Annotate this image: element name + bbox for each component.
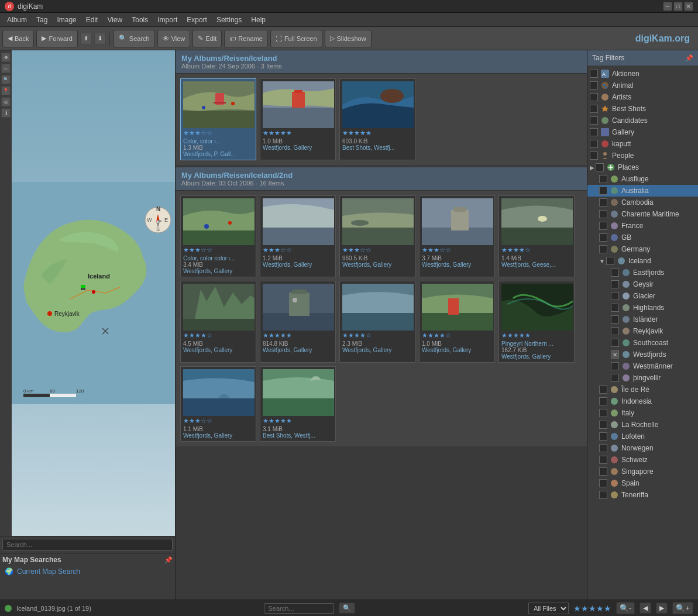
nav-forward-btn[interactable]: ▶: [656, 603, 668, 614]
tag-item-ile-de-re[interactable]: Île de Ré: [587, 384, 698, 395]
tag-checkbox[interactable]: [590, 93, 598, 101]
tag-item-ausfluge[interactable]: Ausfluge: [587, 173, 698, 185]
tag-checkbox[interactable]: [599, 245, 607, 253]
tag-item-indonesia[interactable]: Indonesia: [587, 395, 698, 407]
tag-checkbox[interactable]: [599, 479, 607, 487]
photo-item[interactable]: ★★★★★ Pingeyri Northern ... 162.7 KiB We…: [498, 281, 575, 363]
close-button[interactable]: ✕: [684, 2, 693, 11]
photo-item[interactable]: ★★★★★ 1.0 MiB Westfjords, Gallery: [260, 78, 336, 160]
tag-checkbox[interactable]: [596, 163, 604, 171]
photo-item[interactable]: ★★★☆☆ 1.2 MiB Westfjords, Gallery: [260, 195, 336, 277]
tag-item-gallery[interactable]: Gallery: [587, 126, 698, 138]
tag-checkbox[interactable]: [611, 280, 619, 288]
tag-checkbox[interactable]: [599, 386, 607, 394]
photo-item[interactable]: ★★★★★ 814.8 KiB Westfjords, Gallery: [260, 281, 336, 363]
map-search-input[interactable]: [2, 539, 173, 550]
tag-checkbox[interactable]: [611, 362, 619, 370]
tag-checkbox[interactable]: [611, 292, 619, 300]
tag-checkbox[interactable]: [599, 210, 607, 218]
current-map-search-item[interactable]: 🌍 Current Map Search: [2, 566, 173, 577]
tag-checkbox[interactable]: [590, 152, 598, 160]
menu-import[interactable]: Import: [153, 15, 182, 25]
rename-button[interactable]: 🏷 Rename: [224, 30, 268, 47]
tag-checkbox[interactable]: [599, 409, 607, 417]
photo-item[interactable]: ★★★★★ 603.0 KiB Best Shots, Westfj...: [339, 78, 415, 160]
edit-button[interactable]: ✎ Edit: [192, 30, 222, 47]
minimize-button[interactable]: ─: [663, 2, 672, 11]
tag-checkbox[interactable]: [590, 70, 598, 78]
tag-checkbox[interactable]: [599, 222, 607, 230]
map-area[interactable]: World: [0, 50, 175, 536]
tag-item-westmanner[interactable]: Westmänner: [587, 360, 698, 372]
tag-item-reykjavik[interactable]: Reykjavik: [587, 325, 698, 337]
view-button[interactable]: 👁 View: [157, 30, 191, 47]
tag-checkbox[interactable]: [599, 444, 607, 452]
menu-edit[interactable]: Edit: [81, 15, 103, 25]
menu-album[interactable]: Album: [2, 15, 32, 25]
map-pan-icon[interactable]: ✥: [1, 53, 11, 62]
back-button[interactable]: ◀ Back: [2, 30, 34, 47]
map-info-icon[interactable]: ℹ: [1, 108, 11, 118]
tag-item-norwegen[interactable]: Norwegen: [587, 442, 698, 454]
tag-checkbox[interactable]: [606, 257, 614, 265]
tag-checkbox[interactable]: [599, 198, 607, 207]
tag-item-islander[interactable]: Isländer: [587, 314, 698, 325]
tag-item-singapore[interactable]: Singapore: [587, 466, 698, 477]
photo-item[interactable]: ★★★★★ 3.1 MiB Best Shots, Westfj...: [260, 366, 336, 442]
search-button[interactable]: 🔍 Search: [114, 30, 155, 47]
tag-item-artists[interactable]: Artists: [587, 91, 698, 103]
tag-item-spain[interactable]: Spain: [587, 477, 698, 489]
photo-item[interactable]: ★★★☆☆ 1.1 MiB Westfjords, Gallery: [180, 366, 256, 442]
tag-checkbox[interactable]: [599, 187, 607, 195]
tag-checkbox[interactable]: [599, 432, 607, 441]
fullscreen-button[interactable]: ⛶ Full Screen: [270, 30, 322, 47]
maximize-button[interactable]: □: [673, 2, 683, 11]
tag-checkbox[interactable]: [611, 304, 619, 312]
star-filter[interactable]: ★★★★★: [573, 604, 611, 613]
tag-item-kaputt[interactable]: kaputt: [587, 138, 698, 150]
tag-item-highlands[interactable]: Highlands: [587, 302, 698, 314]
tag-checkbox[interactable]: [599, 175, 607, 183]
menu-help[interactable]: Help: [246, 15, 270, 25]
tag-checkbox[interactable]: [599, 397, 607, 405]
tag-item-la-rochelle[interactable]: La Rochelle: [587, 419, 698, 431]
photo-item[interactable]: ★★★☆☆ Color, color color i... 3.4 MiB We…: [180, 195, 256, 277]
tag-item-germany[interactable]: Germany: [587, 243, 698, 255]
map-zoom-icon[interactable]: 🔍: [1, 75, 11, 84]
photo-item[interactable]: ★★★☆☆ Color, color i... 1.3 MiB Westfjor…: [180, 78, 256, 160]
tag-item-westfjords[interactable]: ✕ Westfjords: [587, 349, 698, 360]
tag-checkbox[interactable]: [590, 81, 598, 90]
photo-item[interactable]: ★★★★☆ 1.0 MiB Westfjords, Gallery: [419, 281, 495, 363]
tag-item-cambodia[interactable]: Cambodia: [587, 197, 698, 208]
forward-button[interactable]: ▶ Forward: [36, 30, 77, 47]
tag-item-schweiz[interactable]: Schweiz: [587, 454, 698, 466]
tag-checkbox[interactable]: [599, 456, 607, 464]
tag-item-australia[interactable]: Australia: [587, 185, 698, 197]
tag-item-france[interactable]: France: [587, 220, 698, 232]
slideshow-button[interactable]: ▷ Slideshow: [325, 30, 372, 47]
file-filter-select[interactable]: All Files: [528, 603, 569, 614]
tag-item-thingvellir[interactable]: þingvellir: [587, 372, 698, 384]
tag-item-teneriffa[interactable]: Teneriffa: [587, 489, 698, 501]
photo-item[interactable]: ★★★★☆ 1.4 MiB Westfjords, Geese,...: [498, 195, 575, 277]
menu-settings[interactable]: Settings: [212, 15, 246, 25]
tag-item-charente-maritime[interactable]: Charente Maritime: [587, 208, 698, 220]
menu-export[interactable]: Export: [182, 15, 212, 25]
download-button[interactable]: ⬇: [94, 33, 106, 44]
tag-checkbox[interactable]: [599, 467, 607, 476]
tag-item-gb[interactable]: GB: [587, 232, 698, 243]
tag-checkbox-checked[interactable]: ✕: [611, 350, 619, 359]
zoom-in-btn[interactable]: 🔍+: [672, 602, 693, 614]
menu-image[interactable]: Image: [52, 15, 81, 25]
tag-item-people[interactable]: People: [587, 150, 698, 161]
nav-back-btn[interactable]: ◀: [639, 603, 651, 614]
map-select-icon[interactable]: ▭: [1, 64, 11, 73]
tag-item-lofoten[interactable]: Lofoten: [587, 431, 698, 442]
tag-checkbox[interactable]: [590, 116, 598, 125]
tag-item-southcoast[interactable]: Southcoast: [587, 337, 698, 349]
tag-checkbox[interactable]: [590, 128, 598, 136]
tag-item-italy[interactable]: Italy: [587, 407, 698, 419]
tag-item-best-shots[interactable]: Best Shots: [587, 103, 698, 115]
tag-item-places[interactable]: ▶ Places: [587, 161, 698, 173]
photo-item[interactable]: ★★★★☆ 4.5 MiB Westfjords, Gallery: [180, 281, 256, 363]
